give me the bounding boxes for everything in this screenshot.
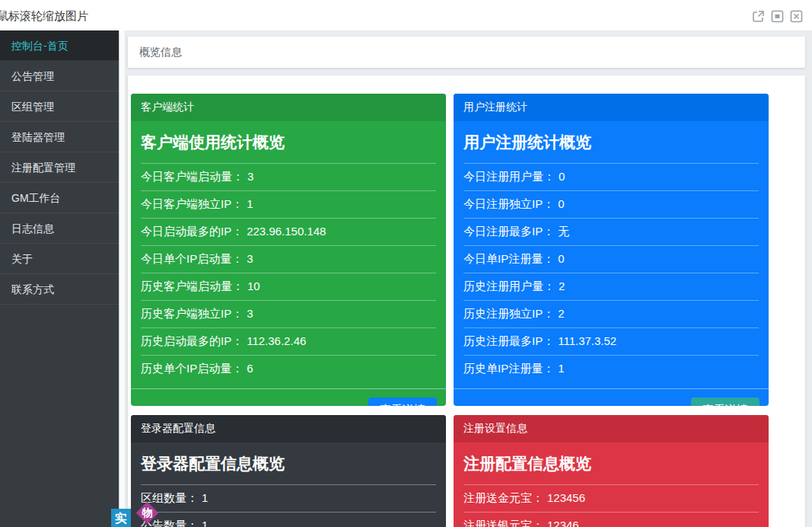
stat-value: 1: [202, 491, 208, 504]
overview-panel-header: 概览信息: [128, 37, 805, 68]
card-header: 用户注册统计: [454, 94, 769, 121]
sidebar-item-label: 公告管理: [11, 70, 54, 82]
stat-value: 2: [558, 307, 564, 320]
stat-row: 历史单IP注册量：1: [463, 356, 759, 382]
card-header: 客户端统计: [131, 94, 446, 121]
stat-row: 今日注册独立IP：0: [463, 191, 759, 219]
maximize-restore-icon[interactable]: [771, 10, 784, 23]
stat-label: 历史客户端启动量：: [141, 279, 244, 292]
card-body: 注册配置信息概览 注册送金元宝：123456 注册送银元宝：12346: [454, 442, 769, 527]
stat-label: 今日客户端启动量：: [141, 170, 244, 183]
stat-label: 今日单IP注册量：: [463, 252, 554, 265]
stat-card-launcher-config: 登录器配置信息 登录器配置信息概览 区组数量：1 公告数量：1: [131, 415, 446, 527]
card-title: 客户端使用统计概览: [141, 124, 436, 164]
stat-value: 0: [558, 197, 564, 210]
sidebar-item[interactable]: 登陆器管理: [0, 122, 119, 152]
stat-label: 今日单个IP启动量：: [141, 252, 243, 265]
stat-row: 历史启动最多的IP：112.36.2.46: [141, 328, 436, 356]
floating-badge-diamond[interactable]: 物: [136, 502, 159, 525]
stat-row: 今日单个IP启动量：3: [141, 246, 436, 273]
sidebar-item[interactable]: GM工作台: [0, 183, 119, 213]
stat-label: 历史客户端独立IP：: [141, 307, 243, 320]
topbar: 鼠标滚轮缩放图片: [0, 0, 812, 30]
stat-value: 3: [247, 307, 253, 320]
sidebar-item[interactable]: 公告管理: [0, 61, 119, 91]
stat-row: 区组数量：1: [141, 485, 436, 513]
stat-label: 今日注册最多IP：: [463, 225, 554, 238]
card-rows: 今日注册用户量：0 今日注册独立IP：0 今日注册最多IP：无 今日单IP注册量…: [463, 164, 759, 382]
card-title: 用户注册统计概览: [463, 124, 759, 164]
sidebar-item[interactable]: 注册配置管理: [0, 152, 119, 183]
stat-label: 历史启动最多的IP：: [141, 334, 243, 347]
overview-panel-body: 客户端统计 客户端使用统计概览 今日客户端启动量：3 今日客户端独立IP：1 今…: [128, 75, 805, 527]
sidebar-item[interactable]: 关于: [0, 244, 119, 274]
stat-row: 注册送银元宝：12346: [463, 513, 759, 527]
window-controls: [752, 10, 803, 23]
stat-row: 注册送金元宝：123456: [463, 485, 759, 513]
sidebar-scrollbar[interactable]: [119, 30, 126, 527]
stat-label: 注册送银元宝：: [463, 519, 543, 527]
stat-row: 历史注册用户量：2: [463, 273, 759, 301]
card-body: 客户端使用统计概览 今日客户端启动量：3 今日客户端独立IP：1 今日启动最多的…: [131, 121, 446, 388]
stat-value: 3: [247, 170, 253, 183]
card-rows: 区组数量：1 公告数量：1: [141, 485, 436, 527]
sidebar-item-label: 登陆器管理: [11, 131, 65, 143]
stat-value: 112.36.2.46: [247, 334, 306, 347]
stat-row: 历史单个IP启动量：6: [141, 356, 436, 382]
stat-card-register-config: 注册设置信息 注册配置信息概览 注册送金元宝：123456 注册送银元宝：123…: [454, 415, 769, 527]
sidebar-item[interactable]: 日志信息: [0, 213, 119, 244]
stat-value: 0: [558, 252, 564, 265]
stat-row: 历史客户端独立IP：3: [141, 301, 436, 328]
stat-value: 1: [247, 197, 253, 210]
stat-value: 6: [247, 362, 253, 375]
stat-row: 今日注册用户量：0: [463, 164, 759, 191]
card-rows: 注册送金元宝：123456 注册送银元宝：12346: [463, 485, 759, 527]
stat-row: 今日客户端独立IP：1: [141, 191, 436, 219]
stat-row: 今日客户端启动量：3: [141, 164, 436, 191]
sidebar-item[interactable]: 控制台-首页: [0, 30, 119, 61]
sidebar: 控制台-首页 公告管理 区组管理 登陆器管理 注册配置管理 GM工作台 日志信息…: [0, 30, 119, 527]
card-header: 注册设置信息: [454, 415, 769, 442]
window-title: 鼠标滚轮缩放图片: [0, 9, 88, 24]
stat-value: 1: [202, 519, 208, 527]
sidebar-item[interactable]: 区组管理: [0, 91, 119, 122]
floating-badge-diamond-label: 物: [139, 505, 155, 521]
sidebar-item-label: 注册配置管理: [11, 161, 75, 174]
main-content: 概览信息 客户端统计 客户端使用统计概览 今日客户端启动量：3 今日客户端独立I…: [126, 30, 812, 527]
card-footer: 查看详情: [454, 388, 769, 406]
close-icon[interactable]: [790, 10, 803, 23]
sidebar-item-label: GM工作台: [11, 192, 61, 204]
stat-row: 公告数量：1: [141, 513, 436, 527]
stat-row: 历史注册独立IP：2: [463, 301, 759, 328]
stat-label: 历史注册独立IP：: [463, 307, 554, 320]
stat-row: 今日单IP注册量：0: [463, 246, 759, 273]
stat-value: 无: [558, 225, 569, 238]
stat-value: 1: [558, 362, 564, 375]
stat-row: 今日注册最多IP：无: [463, 219, 759, 246]
stat-label: 今日客户端独立IP：: [141, 197, 243, 210]
sidebar-item-label: 区组管理: [11, 101, 54, 113]
stat-label: 今日注册独立IP：: [463, 197, 554, 210]
stat-label: 注册送金元宝：: [463, 491, 543, 504]
sidebar-item[interactable]: 联系方式: [0, 274, 119, 305]
stat-card-user-register-stats: 用户注册统计 用户注册统计概览 今日注册用户量：0 今日注册独立IP：0 今日注…: [454, 94, 769, 406]
stat-label: 区组数量：: [141, 491, 198, 504]
sidebar-item-label: 日志信息: [11, 222, 54, 235]
stat-value: 0: [559, 170, 565, 183]
card-body: 用户注册统计概览 今日注册用户量：0 今日注册独立IP：0 今日注册最多IP：无…: [454, 121, 769, 388]
stat-value: 3: [247, 252, 253, 265]
stat-label: 今日注册用户量：: [463, 170, 555, 183]
card-rows: 今日客户端启动量：3 今日客户端独立IP：1 今日启动最多的IP：223.96.…: [141, 164, 436, 382]
stat-value: 123456: [547, 491, 585, 504]
floating-badge-square[interactable]: 实: [111, 509, 131, 527]
view-details-button[interactable]: 查看详情: [691, 398, 759, 406]
stat-value: 223.96.150.148: [247, 225, 326, 238]
open-in-new-icon[interactable]: [752, 10, 765, 23]
stat-value: 10: [247, 279, 260, 292]
sidebar-item-label: 联系方式: [11, 283, 54, 295]
view-details-button[interactable]: 查看详情: [368, 398, 437, 406]
stat-label: 历史注册最多IP：: [463, 334, 554, 347]
stat-value: 12346: [547, 519, 579, 527]
stat-row: 今日启动最多的IP：223.96.150.148: [141, 219, 436, 246]
floating-badge-square-label: 实: [115, 512, 127, 525]
